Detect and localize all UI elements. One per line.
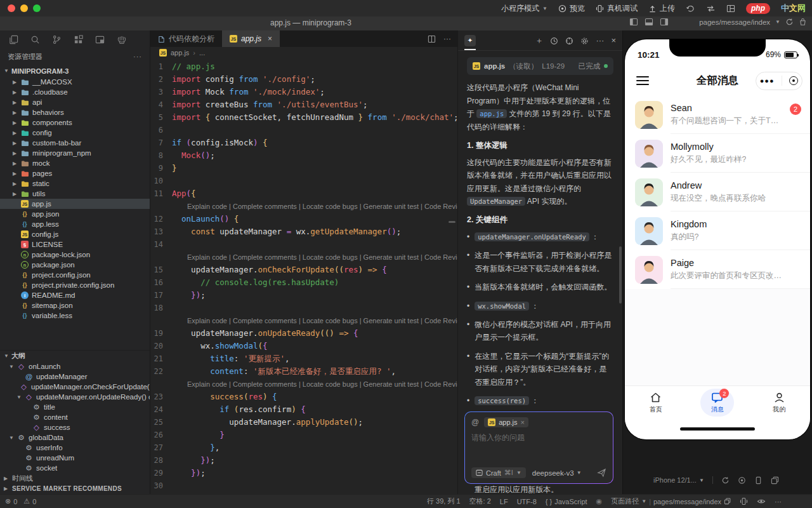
scrollbar-handle[interactable]	[449, 221, 455, 223]
explorer-actions-icon[interactable]: ···	[133, 53, 142, 60]
craft-mode-selector[interactable]: Craft ⌘I ▼	[471, 467, 526, 478]
code-area[interactable]: 1// app.js2import config from './config'…	[150, 58, 457, 494]
timeline-section-header[interactable]: ▶时间线	[0, 473, 150, 483]
chat-item-Andrew[interactable]: Andrew现在没空，晚点再联系你哈	[625, 173, 810, 211]
maximize-window-button[interactable]	[33, 4, 41, 12]
tree-folder-miniprogram_npm[interactable]: ▶miniprogram_npm	[0, 148, 150, 158]
split-editor-icon[interactable]	[428, 35, 436, 43]
tree-file-app.js[interactable]: JSapp.js	[0, 199, 150, 209]
more-options-icon[interactable]: ···	[596, 36, 604, 44]
grab-claw-icon[interactable]	[117, 35, 127, 44]
close-panel-icon[interactable]: ×	[611, 36, 616, 44]
tree-file-LICENSE[interactable]: §LICENSE	[0, 239, 150, 250]
tree-folder-mock[interactable]: ▶mock	[0, 158, 150, 168]
tree-file-app.less[interactable]: {}app.less	[0, 219, 150, 229]
mini-program-mode-menu[interactable]: 小程序模式▼	[501, 3, 547, 14]
tree-folder-custom-tab-bar[interactable]: ▶custom-tab-bar	[0, 138, 150, 148]
panel-layout-toggles[interactable]	[629, 18, 669, 26]
tabbar-item-首页[interactable]: 首页	[639, 389, 672, 417]
remote-debug-icon[interactable]	[740, 497, 748, 505]
language-mode[interactable]: { }JavaScript	[546, 498, 587, 505]
indentation-setting[interactable]: 空格: 2	[469, 497, 491, 506]
tab-代码依赖分析[interactable]: 代码依赖分析	[150, 30, 222, 47]
clear-cache-icon[interactable]	[799, 18, 807, 26]
device-frame-icon[interactable]	[754, 476, 763, 485]
outline-section-header[interactable]: ▼大纲	[0, 350, 150, 361]
codelens-actions[interactable]: Explain code | Complete comments | Locat…	[150, 378, 457, 391]
outline-item[interactable]: ⚙unreadNum	[0, 453, 150, 463]
project-root[interactable]: ▼ MINIPROGRAM-3	[0, 65, 150, 77]
send-icon[interactable]	[597, 468, 606, 478]
service-market-section-header[interactable]: ▶SERVICE MARKET RECOMMENDS	[0, 483, 150, 493]
close-tab-icon[interactable]: ×	[268, 34, 272, 43]
tree-file-package-lock.json[interactable]: npackage-lock.json	[0, 250, 150, 260]
tree-file-project.private.config.json[interactable]: {}project.private.config.json	[0, 280, 150, 290]
chat-item-Paige[interactable]: Paige此次要评审的首页和专区页改版的交互方案	[625, 250, 810, 289]
outline-item[interactable]: @updateManager	[0, 371, 150, 382]
cursor-position[interactable]: 行 39, 列 1	[427, 497, 461, 506]
exit-circle-icon[interactable]	[789, 76, 798, 85]
multi-window-icon[interactable]	[771, 476, 779, 485]
tree-file-README.md[interactable]: iREADME.md	[0, 290, 150, 300]
tree-folder-utils[interactable]: ▶utils	[0, 189, 150, 199]
tree-folder-behaviors[interactable]: ▶behaviors	[0, 107, 150, 117]
page-path-selector[interactable]: 页面路径▼ | pages/message/index	[611, 497, 731, 506]
close-window-button[interactable]	[8, 4, 15, 12]
upload-button[interactable]: 上传	[648, 3, 675, 14]
chat-item-Mollymolly[interactable]: Mollymolly好久不见，最近咋样?	[625, 134, 810, 173]
tree-folder-api[interactable]: ▶api	[0, 97, 150, 107]
outline-item[interactable]: ⚙content	[0, 412, 150, 422]
record-icon[interactable]	[738, 476, 746, 485]
warnings-counter[interactable]: ⚠0	[23, 497, 36, 505]
tree-file-app.json[interactable]: {}app.json	[0, 209, 150, 219]
outline-item[interactable]: ⚙title	[0, 402, 150, 412]
tree-folder-__MACOSX[interactable]: ▶__MACOSX	[0, 77, 150, 87]
editor-layout-icon[interactable]	[95, 35, 105, 44]
explorer-icon[interactable]	[9, 35, 18, 44]
outline-item[interactable]: ◇success	[0, 422, 150, 432]
tree-folder-components[interactable]: ▶components	[0, 117, 150, 128]
home-indicator[interactable]	[680, 427, 755, 431]
model-selector[interactable]: deepseek-v3 ▼	[532, 469, 582, 477]
source-control-icon[interactable]	[52, 35, 62, 44]
miniprogram-capsule[interactable]: ●●●	[756, 72, 802, 90]
errors-counter[interactable]: ⊗0	[5, 497, 17, 505]
chat-item-Kingdom[interactable]: Kingdom真的吗?	[625, 211, 810, 250]
tree-folder-config[interactable]: ▶config	[0, 128, 150, 138]
eye-icon[interactable]	[757, 497, 766, 505]
rotate-icon[interactable]	[721, 476, 730, 485]
simulator-page-path[interactable]: pages/message/index ▼	[699, 18, 807, 26]
tree-file-sitemap.json[interactable]: {}sitemap.json	[0, 300, 150, 311]
tree-folder-pages[interactable]: ▶pages	[0, 168, 150, 178]
tree-file-package.json[interactable]: npackage.json	[0, 260, 150, 270]
outline-item[interactable]: ⚙userInfo	[0, 443, 150, 453]
minimize-window-button[interactable]	[20, 4, 28, 12]
outline-item[interactable]: ▼⚙globalData	[0, 432, 150, 443]
context-file-chip[interactable]: JS app.js ×	[484, 417, 528, 427]
settings-gear-icon[interactable]	[580, 36, 589, 44]
breadcrumb[interactable]: JS app.js › ...	[150, 47, 457, 58]
mention-icon[interactable]: @	[471, 418, 479, 427]
formatter-icon[interactable]: ◉	[596, 497, 603, 505]
tree-file-variable.less[interactable]: {}variable.less	[0, 311, 150, 321]
outline-item[interactable]: ▼◇onLaunch	[0, 361, 150, 371]
compare-arrows-icon[interactable]	[706, 4, 716, 13]
tree-file-config.js[interactable]: JSconfig.js	[0, 229, 150, 239]
ai-prompt-input[interactable]: @ JS app.js × 请输入你的问题 Craft	[465, 412, 613, 483]
search-icon[interactable]	[30, 35, 40, 44]
ai-context-card[interactable]: JS app.js （读取） L19-29 已完成	[467, 57, 613, 75]
ai-scrollbar[interactable]	[619, 246, 622, 304]
refresh-icon[interactable]	[785, 18, 794, 26]
chat-item-Sean[interactable]: Sean有个问题想咨询一下，关于TDesign组件...2	[625, 95, 810, 134]
codelens-actions[interactable]: Explain code | Complete comments | Locat…	[150, 251, 457, 264]
preview-button[interactable]: 预览	[558, 3, 585, 14]
more-actions-icon[interactable]: ···	[443, 34, 451, 43]
tabbar-item-消息[interactable]: 消息2	[700, 389, 734, 417]
codelens-actions[interactable]: Explain code | Complete comments | Locat…	[150, 314, 457, 327]
sync-icon[interactable]	[686, 4, 695, 13]
window-controls[interactable]	[8, 4, 41, 12]
outline-item[interactable]: ⚙socket	[0, 463, 150, 473]
more-icon[interactable]: ···	[775, 498, 782, 505]
outline-item[interactable]: ◇updateManager.onCheckForUpdate() call…	[0, 382, 150, 392]
copy-icon[interactable]	[724, 498, 731, 505]
